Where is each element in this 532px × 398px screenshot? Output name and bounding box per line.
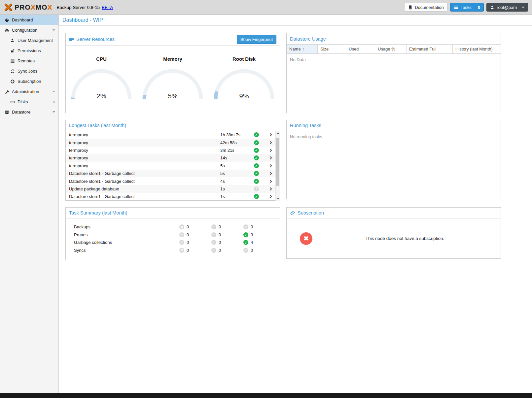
column-header-used[interactable]: Used [346, 45, 375, 53]
panel-title: Longest Tasks (last Month) [69, 123, 126, 128]
show-fingerprint-button[interactable]: Show Fingerprint [237, 35, 276, 44]
error-count-icon [179, 240, 184, 245]
open-task-button[interactable] [265, 172, 275, 175]
subscription-panel: Subscription ✖ This node does not have a… [286, 207, 501, 259]
sidebar-item-subscription[interactable]: Subscription [0, 76, 58, 86]
column-header-history[interactable]: History (last Month) [453, 45, 501, 53]
column-header-name[interactable]: Name↑ [287, 45, 318, 53]
longest-tasks-list: termproxy1h 38m 7s termproxy42m 58s term… [66, 131, 280, 201]
warning-count: 0 [219, 240, 221, 245]
server-lines-icon [69, 37, 74, 42]
tasks-button[interactable]: Tasks 0 [450, 3, 484, 12]
open-task-button[interactable] [265, 142, 275, 144]
sidebar-item-disks[interactable]: Disks [0, 97, 58, 107]
warning-count: 0 [219, 232, 221, 237]
ok-count: 4 [251, 240, 253, 245]
sidebar-item-sync-jobs[interactable]: Sync Jobs [0, 66, 58, 76]
sidebar-item-label: Dashboard [12, 17, 33, 22]
task-row[interactable]: Datastore store1 - Garbage collect5s [66, 170, 275, 177]
ok-count: 0 [251, 248, 253, 253]
open-task-button[interactable] [265, 195, 275, 198]
error-count: 0 [187, 240, 189, 245]
sidebar-item-user-management[interactable]: User Management [0, 35, 58, 46]
task-summary-header: Task Summary (last Month) [66, 208, 280, 218]
chevron-down-icon [53, 29, 55, 31]
column-header-estimated-full[interactable]: Estimated Full [407, 45, 453, 53]
error-count-icon [179, 248, 184, 253]
ok-count-icon [243, 240, 248, 245]
sidebar-item-dashboard[interactable]: Dashboard [0, 15, 58, 25]
open-task-button[interactable] [265, 134, 275, 136]
task-row[interactable]: termproxy14s [66, 154, 275, 162]
task-row[interactable]: Update package database1s [66, 185, 275, 193]
task-status-icon [254, 140, 259, 145]
task-row[interactable]: Datastore store1 - Garbage collect1s [66, 193, 275, 200]
chevron-right-icon [269, 164, 272, 167]
beta-link[interactable]: BETA [102, 5, 113, 10]
vertical-scrollbar[interactable] [275, 131, 280, 201]
cpu-gauge: CPU 2% [66, 46, 137, 103]
sync-icon [10, 69, 15, 74]
longest-tasks-header: Longest Tasks (last Month) [66, 120, 280, 131]
task-status-icon [254, 171, 259, 176]
task-row[interactable]: termproxy1h 38m 7s [66, 131, 275, 139]
sidebar-item-label: Permissions [18, 48, 41, 53]
user-label: root@pam [497, 5, 517, 10]
documentation-button[interactable]: Documentation [404, 3, 447, 12]
remotes-icon [10, 59, 15, 63]
task-row[interactable]: termproxy3m 21s [66, 147, 275, 154]
task-row[interactable]: termproxy42m 58s [66, 139, 275, 146]
column-header-usage[interactable]: Usage % [375, 45, 407, 53]
book-icon [408, 5, 412, 10]
column-header-size[interactable]: Size [318, 45, 346, 53]
open-task-button[interactable] [265, 149, 275, 151]
open-task-button[interactable] [265, 188, 275, 190]
tasks-count-badge: 0 [478, 5, 480, 10]
top-header-bar: PROXMOX Backup Server 0.8-15 BETA Docume… [0, 0, 532, 15]
scroll-up-arrow[interactable] [277, 132, 279, 134]
panel-title: Datastore Usage [290, 36, 326, 42]
error-count: 0 [187, 248, 189, 253]
no-data-text: No Data [287, 54, 501, 65]
task-row[interactable]: termproxy5s [66, 162, 275, 170]
summary-row-garbage-collections: Garbage collections 0 0 4 [66, 239, 280, 247]
chevron-right-icon [269, 180, 272, 183]
root-disk-gauge: Root Disk 9% [208, 46, 280, 103]
task-status-icon [254, 148, 259, 153]
no-subscription-icon: ✖ [300, 232, 312, 245]
sidebar-item-administration[interactable]: Administration [0, 86, 58, 97]
error-count: 0 [187, 224, 189, 229]
chevron-down-icon [53, 111, 55, 113]
sidebar-item-remotes[interactable]: Remotes [0, 56, 58, 66]
panel-title: Task Summary (last Month) [69, 210, 127, 216]
sidebar-item-configuration[interactable]: Configuration [0, 25, 58, 35]
ok-count: 0 [251, 224, 253, 229]
cpu-gauge-arc: 2% [68, 66, 134, 101]
sidebar-item-label: Datastore [12, 110, 30, 115]
warning-count-icon [211, 232, 216, 237]
sidebar-item-permissions[interactable]: Permissions [0, 46, 58, 56]
disks-icon [10, 100, 15, 104]
unlock-icon [10, 49, 15, 53]
user-menu-button[interactable]: root@pam [486, 3, 528, 12]
proxmox-logo: PROXMOX [4, 3, 52, 12]
tasks-label: Tasks [461, 5, 472, 10]
table-header-row: Name↑ Size Used Usage % Estimated Full H… [287, 44, 501, 54]
sort-ascending-icon: ↑ [302, 47, 304, 51]
scrollbar-thumb[interactable] [276, 138, 279, 186]
open-task-button[interactable] [265, 165, 275, 167]
chevron-right-icon [269, 149, 272, 152]
gauges-row: CPU 2% Memory 5% Root Disk 9% [66, 46, 280, 103]
sidebar-item-datastore[interactable]: Datastore [0, 107, 58, 117]
open-task-button[interactable] [265, 157, 275, 159]
datastore-icon [4, 110, 10, 115]
task-status-icon [254, 179, 259, 184]
open-task-button[interactable] [265, 180, 275, 182]
sidebar: Dashboard Configuration User Management … [0, 15, 59, 393]
scroll-down-arrow[interactable] [277, 198, 279, 199]
memory-gauge-arc: 5% [140, 66, 206, 101]
wrench-icon [4, 89, 10, 94]
chevron-right-icon [269, 141, 272, 144]
main-content: Dashboard - WIP Server Resources Show Fi… [59, 15, 532, 393]
task-row[interactable]: Datastore store1 - Garbage collect4s [66, 177, 275, 185]
